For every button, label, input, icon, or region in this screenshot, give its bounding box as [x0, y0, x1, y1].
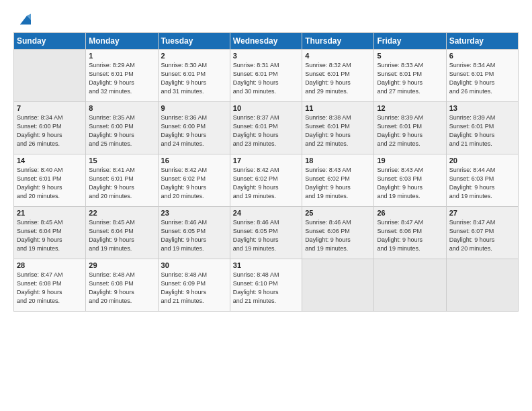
cell-info: Sunrise: 8:42 AM Sunset: 6:02 PM Dayligh… [233, 166, 299, 201]
calendar-week-row: 1Sunrise: 8:29 AM Sunset: 6:01 PM Daylig… [14, 50, 519, 102]
day-number: 7 [17, 104, 83, 112]
calendar-cell: 14Sunrise: 8:40 AM Sunset: 6:01 PM Dayli… [14, 154, 86, 207]
day-number: 18 [305, 156, 371, 165]
calendar-cell: 6Sunrise: 8:34 AM Sunset: 6:01 PM Daylig… [446, 50, 518, 102]
day-number: 6 [449, 52, 515, 60]
day-number: 17 [233, 156, 299, 165]
cell-info: Sunrise: 8:32 AM Sunset: 6:01 PM Dayligh… [305, 61, 371, 96]
calendar-week-row: 7Sunrise: 8:34 AM Sunset: 6:00 PM Daylig… [14, 102, 519, 154]
day-number: 3 [233, 52, 299, 60]
cell-info: Sunrise: 8:45 AM Sunset: 6:04 PM Dayligh… [89, 218, 154, 253]
logo-icon [16, 11, 31, 26]
calendar-cell: 2Sunrise: 8:30 AM Sunset: 6:01 PM Daylig… [158, 50, 230, 102]
cell-info: Sunrise: 8:47 AM Sunset: 6:07 PM Dayligh… [449, 218, 515, 253]
calendar-cell: 19Sunrise: 8:43 AM Sunset: 6:03 PM Dayli… [374, 154, 446, 207]
calendar-cell: 31Sunrise: 8:48 AM Sunset: 6:10 PM Dayli… [230, 259, 302, 312]
day-number: 1 [89, 52, 154, 60]
cell-info: Sunrise: 8:33 AM Sunset: 6:01 PM Dayligh… [377, 61, 443, 96]
calendar-cell: 12Sunrise: 8:39 AM Sunset: 6:01 PM Dayli… [374, 102, 446, 154]
calendar-cell: 15Sunrise: 8:41 AM Sunset: 6:01 PM Dayli… [86, 154, 158, 207]
cell-info: Sunrise: 8:46 AM Sunset: 6:05 PM Dayligh… [161, 218, 227, 253]
cell-info: Sunrise: 8:45 AM Sunset: 6:04 PM Dayligh… [17, 218, 83, 253]
cell-info: Sunrise: 8:40 AM Sunset: 6:01 PM Dayligh… [17, 166, 83, 201]
weekday-header: Sunday [14, 33, 86, 50]
calendar-cell: 11Sunrise: 8:38 AM Sunset: 6:01 PM Dayli… [302, 102, 374, 154]
day-number: 11 [305, 104, 371, 112]
weekday-header: Thursday [302, 33, 374, 50]
day-number: 29 [89, 261, 154, 269]
cell-info: Sunrise: 8:43 AM Sunset: 6:02 PM Dayligh… [305, 166, 371, 201]
day-number: 26 [377, 209, 443, 217]
calendar-cell: 4Sunrise: 8:32 AM Sunset: 6:01 PM Daylig… [302, 50, 374, 102]
weekday-header: Friday [374, 33, 446, 50]
day-number: 22 [89, 209, 154, 217]
cell-info: Sunrise: 8:39 AM Sunset: 6:01 PM Dayligh… [377, 113, 443, 148]
calendar-body: 1Sunrise: 8:29 AM Sunset: 6:01 PM Daylig… [14, 50, 519, 312]
weekday-header: Monday [86, 33, 158, 50]
calendar-cell: 21Sunrise: 8:45 AM Sunset: 6:04 PM Dayli… [14, 207, 86, 259]
calendar-cell: 23Sunrise: 8:46 AM Sunset: 6:05 PM Dayli… [158, 207, 230, 259]
day-number: 5 [377, 52, 443, 60]
cell-info: Sunrise: 8:48 AM Sunset: 6:08 PM Dayligh… [89, 271, 154, 306]
cell-info: Sunrise: 8:36 AM Sunset: 6:00 PM Dayligh… [161, 113, 227, 148]
calendar-cell: 28Sunrise: 8:47 AM Sunset: 6:08 PM Dayli… [14, 259, 86, 312]
day-number: 30 [161, 261, 227, 269]
day-number: 12 [377, 104, 443, 112]
calendar-week-row: 21Sunrise: 8:45 AM Sunset: 6:04 PM Dayli… [14, 207, 519, 259]
calendar-container: SundayMondayTuesdayWednesdayThursdayFrid… [0, 0, 532, 318]
calendar-cell: 3Sunrise: 8:31 AM Sunset: 6:01 PM Daylig… [230, 50, 302, 102]
calendar-cell: 5Sunrise: 8:33 AM Sunset: 6:01 PM Daylig… [374, 50, 446, 102]
calendar-cell: 20Sunrise: 8:44 AM Sunset: 6:03 PM Dayli… [446, 154, 518, 207]
calendar-cell: 26Sunrise: 8:47 AM Sunset: 6:06 PM Dayli… [374, 207, 446, 259]
cell-info: Sunrise: 8:48 AM Sunset: 6:09 PM Dayligh… [161, 271, 227, 306]
cell-info: Sunrise: 8:37 AM Sunset: 6:01 PM Dayligh… [233, 113, 299, 148]
calendar-cell [374, 259, 446, 312]
calendar-cell [14, 50, 86, 102]
calendar-cell: 25Sunrise: 8:46 AM Sunset: 6:06 PM Dayli… [302, 207, 374, 259]
day-number: 13 [449, 104, 515, 112]
cell-info: Sunrise: 8:44 AM Sunset: 6:03 PM Dayligh… [449, 166, 515, 201]
cell-info: Sunrise: 8:46 AM Sunset: 6:06 PM Dayligh… [305, 218, 371, 253]
calendar-cell: 24Sunrise: 8:46 AM Sunset: 6:05 PM Dayli… [230, 207, 302, 259]
calendar-header-row: SundayMondayTuesdayWednesdayThursdayFrid… [14, 33, 519, 50]
day-number: 28 [17, 261, 83, 269]
cell-info: Sunrise: 8:48 AM Sunset: 6:10 PM Dayligh… [233, 271, 299, 306]
cell-info: Sunrise: 8:34 AM Sunset: 6:00 PM Dayligh… [17, 113, 83, 148]
calendar-cell: 30Sunrise: 8:48 AM Sunset: 6:09 PM Dayli… [158, 259, 230, 312]
cell-info: Sunrise: 8:47 AM Sunset: 6:06 PM Dayligh… [377, 218, 443, 253]
cell-info: Sunrise: 8:34 AM Sunset: 6:01 PM Dayligh… [449, 61, 515, 96]
calendar-table: SundayMondayTuesdayWednesdayThursdayFrid… [13, 32, 519, 312]
calendar-cell: 7Sunrise: 8:34 AM Sunset: 6:00 PM Daylig… [14, 102, 86, 154]
header [13, 11, 519, 26]
cell-info: Sunrise: 8:42 AM Sunset: 6:02 PM Dayligh… [161, 166, 227, 201]
day-number: 25 [305, 209, 371, 217]
day-number: 14 [17, 156, 83, 165]
weekday-header: Tuesday [158, 33, 230, 50]
day-number: 27 [449, 209, 515, 217]
cell-info: Sunrise: 8:35 AM Sunset: 6:00 PM Dayligh… [89, 113, 154, 148]
cell-info: Sunrise: 8:47 AM Sunset: 6:08 PM Dayligh… [17, 271, 83, 306]
day-number: 24 [233, 209, 299, 217]
day-number: 21 [17, 209, 83, 217]
cell-info: Sunrise: 8:41 AM Sunset: 6:01 PM Dayligh… [89, 166, 154, 201]
day-number: 31 [233, 261, 299, 269]
day-number: 19 [377, 156, 443, 165]
calendar-cell [446, 259, 518, 312]
cell-info: Sunrise: 8:30 AM Sunset: 6:01 PM Dayligh… [161, 61, 227, 96]
calendar-cell: 9Sunrise: 8:36 AM Sunset: 6:00 PM Daylig… [158, 102, 230, 154]
logo [13, 11, 31, 26]
calendar-cell: 13Sunrise: 8:39 AM Sunset: 6:01 PM Dayli… [446, 102, 518, 154]
cell-info: Sunrise: 8:43 AM Sunset: 6:03 PM Dayligh… [377, 166, 443, 201]
calendar-week-row: 28Sunrise: 8:47 AM Sunset: 6:08 PM Dayli… [14, 259, 519, 312]
day-number: 23 [161, 209, 227, 217]
weekday-header: Wednesday [230, 33, 302, 50]
cell-info: Sunrise: 8:31 AM Sunset: 6:01 PM Dayligh… [233, 61, 299, 96]
calendar-cell: 29Sunrise: 8:48 AM Sunset: 6:08 PM Dayli… [86, 259, 158, 312]
day-number: 4 [305, 52, 371, 60]
calendar-cell: 16Sunrise: 8:42 AM Sunset: 6:02 PM Dayli… [158, 154, 230, 207]
day-number: 16 [161, 156, 227, 165]
calendar-cell: 1Sunrise: 8:29 AM Sunset: 6:01 PM Daylig… [86, 50, 158, 102]
cell-info: Sunrise: 8:29 AM Sunset: 6:01 PM Dayligh… [89, 61, 154, 96]
day-number: 15 [89, 156, 154, 165]
day-number: 20 [449, 156, 515, 165]
